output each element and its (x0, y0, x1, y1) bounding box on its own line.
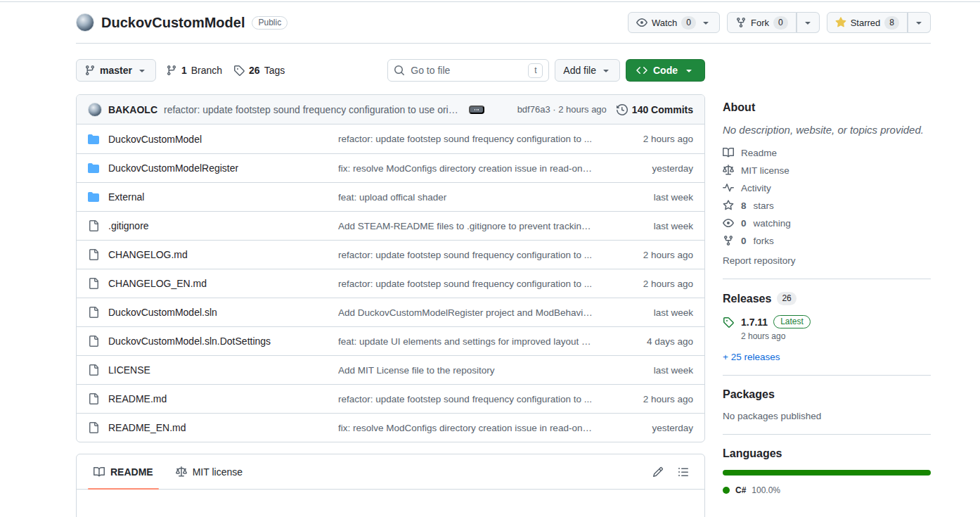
file-name-link[interactable]: LICENSE (108, 364, 150, 376)
file-icon (88, 336, 99, 347)
commit-message-link[interactable]: fix: resolve ModConfigs directory creati… (338, 163, 610, 174)
history-icon (617, 104, 628, 115)
outline-button[interactable] (673, 462, 693, 482)
report-repository-link[interactable]: Report repository (723, 255, 796, 266)
visibility-badge: Public (252, 16, 288, 30)
commit-message-link[interactable]: Add DuckovCustomModelRegister project an… (338, 307, 610, 318)
star-dropdown-button[interactable] (908, 12, 931, 33)
commit-author-link[interactable]: BAKAOLC (108, 104, 157, 115)
add-file-button[interactable]: Add file (555, 59, 620, 82)
owner-avatar[interactable] (76, 13, 94, 32)
table-row: LICENSE Add MIT License file to the repo… (77, 355, 704, 384)
commit-message-link[interactable]: refactor: update footstep sound frequenc… (338, 134, 610, 144)
commit-date: last week (610, 221, 693, 231)
latest-commit-message[interactable]: refactor: update footstep sound frequenc… (164, 104, 463, 115)
commit-message-link[interactable]: feat: upload offical shader (338, 192, 610, 203)
file-name-link[interactable]: DuckovCustomModel (108, 134, 202, 145)
latest-release-link[interactable]: 1.7.11 Latest 2 hours ago (723, 315, 931, 341)
commit-message-link[interactable]: feat: update UI elements and settings fo… (338, 336, 610, 347)
file-icon (88, 393, 99, 404)
language-item[interactable]: C# 100.0% (723, 485, 931, 495)
law-icon (723, 165, 734, 176)
releases-title[interactable]: Releases 26 (723, 292, 931, 305)
fork-button[interactable]: Fork 0 (727, 12, 797, 33)
file-name-link[interactable]: DuckovCustomModel.sln (108, 307, 217, 318)
commit-message-link[interactable]: refactor: update footstep sound frequenc… (338, 394, 610, 404)
sidebar-item-activity[interactable]: Activity (723, 182, 931, 193)
commit-message-link[interactable]: refactor: update footstep sound frequenc… (338, 279, 610, 289)
commit-message-expand-button[interactable] (469, 106, 484, 114)
commit-message-link[interactable]: refactor: update footstep sound frequenc… (338, 250, 610, 260)
book-icon (723, 147, 734, 158)
fork-icon (723, 235, 734, 246)
table-row: DuckovCustomModelRegister fix: resolve M… (77, 153, 704, 182)
tab-mit-license[interactable]: MIT license (165, 454, 254, 489)
readme-panel: README MIT license (76, 454, 705, 517)
tags-link[interactable]: 26Tags (233, 65, 285, 76)
commit-author-avatar[interactable] (88, 103, 102, 117)
star-count: 8 (884, 16, 899, 30)
eye-icon (636, 17, 647, 28)
file-icon (88, 249, 99, 260)
tab-readme[interactable]: README (82, 454, 165, 489)
file-icon (88, 307, 99, 318)
commit-date: 2 hours ago (610, 134, 693, 144)
branches-link[interactable]: 1Branch (166, 65, 222, 76)
fork-dropdown-button[interactable] (797, 12, 820, 33)
file-name-link[interactable]: .gitignore (108, 220, 149, 231)
table-row: README_EN.md fix: resolve ModConfigs dir… (77, 413, 704, 442)
sidebar-item-forks[interactable]: 0forks (723, 235, 931, 246)
chevron-down-icon (802, 17, 813, 28)
commit-date: 4 days ago (610, 336, 693, 347)
file-name-link[interactable]: CHANGELOG_EN.md (108, 278, 207, 289)
sidebar-item-license[interactable]: MIT license (723, 165, 931, 176)
latest-badge: Latest (773, 315, 811, 328)
file-table-body: DuckovCustomModel refactor: update foots… (77, 125, 704, 442)
sidebar-item-watching[interactable]: 0watching (723, 217, 931, 229)
file-name-link[interactable]: README_EN.md (108, 422, 186, 433)
file-name-link[interactable]: External (108, 191, 144, 203)
fork-icon (735, 17, 747, 28)
code-button[interactable]: Code (626, 59, 705, 82)
language-bar[interactable] (723, 470, 931, 475)
file-table: BAKAOLC refactor: update footstep sound … (76, 94, 705, 442)
commit-message-link[interactable]: Add STEAM-README files to .gitignore to … (338, 221, 610, 231)
release-version: 1.7.11 (741, 317, 768, 328)
commit-date: 2 hours ago (610, 394, 693, 404)
star-button[interactable]: Starred 8 (827, 12, 908, 33)
branch-icon (84, 65, 96, 76)
about-description: No description, website, or topics provi… (723, 124, 931, 136)
languages-section: Languages C# 100.0% (723, 447, 931, 508)
table-row: External feat: upload offical shader las… (77, 182, 704, 211)
folder-icon (88, 191, 99, 203)
tag-icon (723, 317, 734, 328)
sidebar-item-stars[interactable]: 8stars (723, 200, 931, 211)
packages-title: Packages (723, 388, 931, 401)
star-icon (723, 200, 734, 211)
language-dot (723, 487, 730, 494)
commit-date: yesterday (610, 163, 693, 174)
release-time: 2 hours ago (741, 331, 811, 341)
commit-hash-time[interactable]: bdf76a3 · 2 hours ago (517, 104, 607, 115)
watch-button[interactable]: Watch 0 (628, 12, 720, 33)
table-row: DuckovCustomModel.sln.DotSettings feat: … (77, 326, 704, 355)
file-name-link[interactable]: CHANGELOG.md (108, 249, 188, 260)
file-name-link[interactable]: DuckovCustomModel.sln.DotSettings (108, 336, 271, 347)
commit-message-link[interactable]: Add MIT License file to the repository (338, 365, 610, 376)
commit-message-link[interactable]: fix: resolve ModConfigs directory creati… (338, 423, 610, 433)
about-title: About (723, 101, 931, 114)
commit-history-link[interactable]: 140 Commits (617, 104, 693, 115)
more-releases-link[interactable]: + 25 releases (723, 352, 780, 362)
file-name-link[interactable]: DuckovCustomModelRegister (108, 162, 238, 174)
goto-file-placeholder: Go to file (411, 65, 522, 76)
repo-title-link[interactable]: DuckovCustomModel (101, 15, 245, 31)
file-icon (88, 220, 99, 231)
table-row: CHANGELOG_EN.md refactor: update footste… (77, 269, 704, 298)
commit-date: last week (610, 365, 693, 376)
goto-file-input[interactable]: Go to file t (387, 59, 549, 82)
edit-readme-button[interactable] (648, 462, 668, 482)
file-name-link[interactable]: README.md (108, 393, 167, 404)
branch-selector[interactable]: master (76, 59, 156, 82)
sidebar-item-readme[interactable]: Readme (723, 147, 931, 158)
packages-section: Packages No packages published (723, 388, 931, 435)
